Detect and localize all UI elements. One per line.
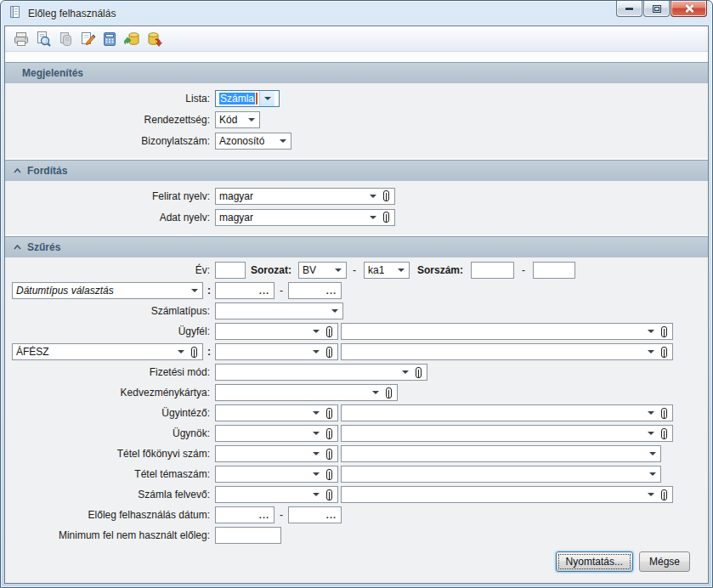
chevron-down-icon xyxy=(398,269,405,272)
tetel-fokonyvi-code-combobox[interactable] xyxy=(215,445,338,462)
colon-separator: : xyxy=(203,285,215,297)
ellipsis-browse-button[interactable]: ... xyxy=(326,287,337,294)
calculator-icon[interactable] xyxy=(99,29,119,49)
sorszam-to-input[interactable] xyxy=(533,262,575,279)
section-header-filter[interactable]: Szűrés xyxy=(5,236,708,257)
database-import-icon[interactable] xyxy=(122,29,141,49)
adat-nyelv-combobox[interactable]: magyar xyxy=(215,209,395,226)
paperclip-icon[interactable] xyxy=(325,489,333,500)
ugyintezo-code-combobox[interactable] xyxy=(215,404,338,421)
kedvezmenykartya-combobox[interactable] xyxy=(215,384,398,401)
close-button[interactable] xyxy=(671,1,707,17)
paperclip-icon[interactable] xyxy=(325,326,333,337)
edit-document-icon[interactable] xyxy=(77,29,97,49)
chevron-down-icon[interactable] xyxy=(259,91,274,106)
datum-from-input[interactable]: ... xyxy=(215,282,274,299)
toolbar-spacer xyxy=(5,52,708,62)
paperclip-icon[interactable] xyxy=(325,449,333,460)
chevron-down-icon xyxy=(370,195,376,198)
paperclip-icon[interactable] xyxy=(382,190,390,201)
window-icon xyxy=(8,5,22,22)
sorszam-label: Sorszám: xyxy=(417,264,463,276)
rendezettseg-combobox[interactable]: Kód xyxy=(215,111,260,128)
sorszam-from-input[interactable] xyxy=(471,262,514,279)
szamlatipus-label: Számlatípus: xyxy=(12,305,210,317)
print-button[interactable]: Nyomtatás... xyxy=(556,551,633,572)
bizonylatszam-label: Bizonylatszám: xyxy=(12,135,210,147)
szamla-felvevo-code-combobox[interactable] xyxy=(215,486,338,503)
chevron-down-icon xyxy=(648,350,654,353)
range-dash: - xyxy=(280,285,283,297)
ugynok-name-combobox[interactable] xyxy=(341,425,673,442)
ugyintezo-name-combobox[interactable] xyxy=(341,404,673,421)
field-row-adat-nyelv: Adat nyelv: magyar xyxy=(5,206,708,228)
ugyfel-name-combobox[interactable] xyxy=(341,323,673,340)
paperclip-icon[interactable] xyxy=(325,469,333,480)
paperclip-icon[interactable] xyxy=(382,212,390,223)
paperclip-icon[interactable] xyxy=(660,408,668,419)
eloleg-datum-from-input[interactable]: ... xyxy=(215,506,274,523)
chevron-down-icon xyxy=(313,472,320,476)
tetel-temaszam-name-combobox[interactable] xyxy=(341,466,661,483)
window-title: Előleg felhasználás xyxy=(28,8,116,20)
section-filter-rows: Év: Sorozat: BV - ka1 Sorszám: - xyxy=(5,257,708,546)
ev-input[interactable] xyxy=(215,262,246,279)
partner-name-combobox[interactable] xyxy=(341,343,673,360)
tetel-temaszam-label: Tétel témaszám: xyxy=(12,468,210,480)
paperclip-icon[interactable] xyxy=(325,428,333,439)
bizonylatszam-combobox[interactable]: Azonosító xyxy=(215,133,291,150)
felirat-nyelv-combobox[interactable]: magyar xyxy=(215,188,395,205)
ugyfel-code-combobox[interactable] xyxy=(215,323,338,340)
datum-to-input[interactable]: ... xyxy=(288,282,342,299)
ellipsis-browse-button[interactable]: ... xyxy=(259,287,269,294)
sorozat-to-combobox[interactable]: ka1 xyxy=(364,262,410,279)
sorozat-from-combobox[interactable]: BV xyxy=(298,262,347,279)
paperclip-icon[interactable] xyxy=(325,408,333,419)
field-row-kedvezmenykartya: Kedvezménykártya: xyxy=(5,382,708,403)
title-bar[interactable]: Előleg felhasználás xyxy=(1,1,712,25)
partner-code-combobox[interactable] xyxy=(215,343,338,360)
print-preview-icon[interactable] xyxy=(33,29,53,49)
tetel-temaszam-code-combobox[interactable] xyxy=(215,466,338,483)
paperclip-icon[interactable] xyxy=(660,428,668,439)
paperclip-icon[interactable] xyxy=(190,347,198,358)
section-spacer xyxy=(5,151,708,160)
database-export-icon[interactable] xyxy=(144,29,163,49)
field-row-ugyintezo: Ügyintéző: xyxy=(5,403,708,423)
szamla-felvevo-name-combobox[interactable] xyxy=(341,486,673,503)
ugynok-code-combobox[interactable] xyxy=(215,425,338,442)
minimize-button[interactable] xyxy=(616,1,642,17)
minimum-input[interactable] xyxy=(215,527,281,544)
paperclip-icon[interactable] xyxy=(385,387,393,399)
datumtipus-combobox[interactable]: Dátumtípus választás xyxy=(12,282,203,299)
field-row-ugynok: Ügynök: xyxy=(5,423,708,444)
lista-combobox[interactable]: Számla xyxy=(215,90,280,107)
section-translation-rows: Felirat nyelv: magyar Adat nyelv: magyar xyxy=(5,181,708,228)
szamlatipus-combobox[interactable] xyxy=(215,302,343,319)
eloleg-datum-to-input[interactable]: ... xyxy=(288,506,342,523)
fizetesimod-combobox[interactable] xyxy=(215,364,427,381)
tetel-fokonyvi-name-combobox[interactable] xyxy=(341,445,661,462)
partner-type-combobox[interactable]: ÁFÉSZ xyxy=(12,343,203,360)
paperclip-icon[interactable] xyxy=(660,489,668,500)
paperclip-icon[interactable] xyxy=(660,347,668,358)
maximize-button[interactable] xyxy=(643,1,670,17)
chevron-down-icon xyxy=(372,391,379,394)
paperclip-icon[interactable] xyxy=(415,367,422,378)
print-icon[interactable] xyxy=(11,29,31,49)
copy-document-icon[interactable] xyxy=(55,29,75,49)
ellipsis-browse-button[interactable]: ... xyxy=(259,512,269,518)
cancel-button[interactable]: Mégse xyxy=(639,551,690,572)
paperclip-icon[interactable] xyxy=(325,347,333,358)
chevron-down-icon xyxy=(313,330,320,333)
ellipsis-browse-button[interactable]: ... xyxy=(326,512,337,518)
section-header-translation[interactable]: Fordítás xyxy=(5,160,708,181)
section-title-filter: Szűrés xyxy=(27,241,60,253)
minimize-icon xyxy=(625,8,633,10)
datumtipus-value: Dátumtípus választás xyxy=(16,285,114,297)
paperclip-icon[interactable] xyxy=(660,326,668,337)
section-spacer xyxy=(5,228,708,236)
ugynok-label: Ügynök: xyxy=(12,427,210,439)
adat-nyelv-label: Adat nyelv: xyxy=(12,212,210,223)
chevron-up-icon xyxy=(14,245,21,250)
